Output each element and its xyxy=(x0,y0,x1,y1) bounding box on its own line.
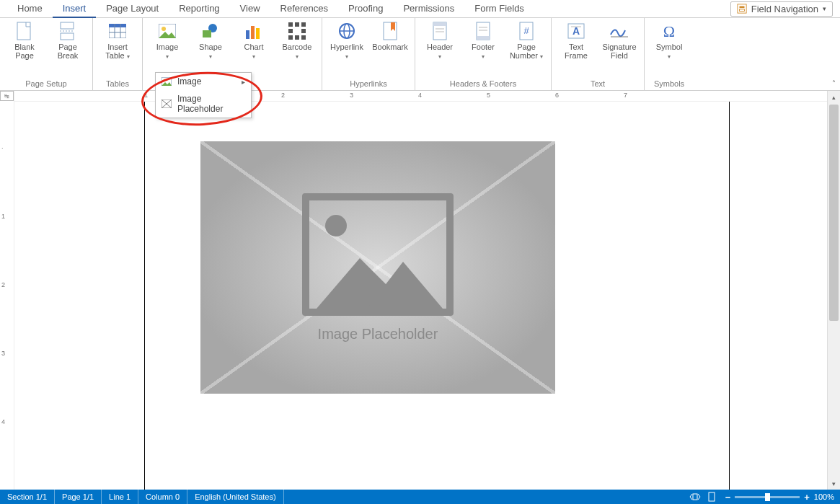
hyperlink-button[interactable]: Hyperlink▾ xyxy=(328,21,366,78)
page-break-icon xyxy=(58,21,78,41)
svg-rect-0 xyxy=(738,4,746,13)
bookmark-label: Bookmark xyxy=(372,43,408,51)
svg-text:#: # xyxy=(523,25,529,36)
header-button[interactable]: Header▾ xyxy=(421,21,459,78)
fit-width-button[interactable] xyxy=(686,490,704,504)
footer-icon xyxy=(473,21,493,41)
svg-point-13 xyxy=(162,27,166,31)
status-section[interactable]: Section 1/1 xyxy=(0,490,55,504)
group-page-setup: Blank Page Page Break Page Setup xyxy=(0,18,93,90)
hruler-tick: 1 xyxy=(144,92,148,99)
svg-rect-25 xyxy=(288,35,293,40)
bookmark-button[interactable]: Bookmark xyxy=(371,21,409,78)
tab-home[interactable]: Home xyxy=(7,1,53,17)
dropdown-item-image[interactable]: Image ▸ xyxy=(156,73,251,90)
blank-page-button[interactable]: Blank Page xyxy=(6,21,43,78)
dropdown-item-image-placeholder[interactable]: Image Placeholder xyxy=(156,90,251,118)
scroll-down-button[interactable]: ▾ xyxy=(828,477,840,490)
zoom-slider[interactable] xyxy=(735,496,800,498)
symbol-button[interactable]: Ω Symbol▾ xyxy=(650,21,688,78)
tab-page-layout[interactable]: Page Layout xyxy=(96,1,169,17)
tab-permissions[interactable]: Permissions xyxy=(393,1,464,17)
status-line[interactable]: Line 1 xyxy=(102,490,138,504)
svg-rect-8 xyxy=(109,24,126,27)
zoom-value[interactable]: 100% xyxy=(814,492,834,501)
tab-view[interactable]: View xyxy=(230,1,270,17)
fit-width-icon xyxy=(689,492,701,501)
group-text: A Text Frame Signature Field Text xyxy=(552,18,645,90)
barcode-icon xyxy=(287,21,307,41)
tab-form-fields[interactable]: Form Fields xyxy=(464,1,534,17)
submenu-arrow-icon: ▸ xyxy=(242,78,245,86)
tab-references[interactable]: References xyxy=(270,1,338,17)
insert-table-button[interactable]: Insert Table ▾ xyxy=(99,21,136,78)
signature-icon xyxy=(609,21,629,41)
footer-button[interactable]: Footer▾ xyxy=(464,21,502,78)
svg-rect-56 xyxy=(709,492,715,501)
status-column[interactable]: Column 0 xyxy=(138,490,187,504)
placeholder-sun-icon xyxy=(325,215,347,236)
shape-button[interactable]: Shape▾ xyxy=(192,21,229,78)
scroll-up-button[interactable]: ▴ xyxy=(828,91,840,103)
svg-rect-34 xyxy=(433,22,446,26)
chart-button[interactable]: Chart▾ xyxy=(235,21,273,78)
group-hyperlinks: Hyperlink▾ Bookmark Hyperlinks xyxy=(322,18,415,90)
status-language[interactable]: English (United States) xyxy=(187,490,284,504)
chart-icon xyxy=(244,21,264,41)
tab-insert[interactable]: Insert xyxy=(53,1,97,18)
hruler-tick: 4 xyxy=(418,92,422,99)
image-placeholder-object[interactable]: Image Placeholder xyxy=(200,141,555,394)
tab-reporting[interactable]: Reporting xyxy=(169,1,229,17)
field-navigation-icon xyxy=(737,4,747,14)
field-navigation-button[interactable]: Field Navigation ▾ xyxy=(730,1,833,17)
svg-rect-2 xyxy=(739,9,744,12)
tab-proofing[interactable]: Proofing xyxy=(338,1,393,17)
svg-point-49 xyxy=(164,79,166,81)
vertical-ruler[interactable]: ↹ · 1 2 3 4 xyxy=(0,91,14,490)
image-label: Image▾ xyxy=(156,43,179,61)
fit-page-button[interactable] xyxy=(704,490,720,504)
group-text-label: Text xyxy=(591,78,605,90)
ruler-corner[interactable]: ↹ xyxy=(0,91,14,101)
placeholder-label: Image Placeholder xyxy=(318,326,438,342)
zoom-in-button[interactable]: + xyxy=(804,492,810,503)
symbol-icon: Ω xyxy=(659,21,679,41)
hruler-tick: 7 xyxy=(624,92,627,99)
vruler-tick: 1 xyxy=(1,213,5,220)
zoom-slider-knob[interactable] xyxy=(765,493,770,501)
barcode-button[interactable]: Barcode▾ xyxy=(278,21,316,78)
svg-rect-15 xyxy=(203,30,211,37)
text-frame-button[interactable]: A Text Frame xyxy=(557,21,595,78)
blank-page-icon xyxy=(14,21,35,41)
signature-field-button[interactable]: Signature Field xyxy=(601,21,638,78)
vertical-scrollbar[interactable]: ▴ ▾ xyxy=(827,91,840,490)
text-frame-icon: A xyxy=(566,21,586,41)
page-number-button[interactable]: # Page Number ▾ xyxy=(508,21,545,78)
document-canvas[interactable]: Image Placeholder xyxy=(14,102,827,490)
blank-page-label: Blank Page xyxy=(6,43,43,60)
zoom-out-button[interactable]: − xyxy=(725,492,731,503)
workspace: ↹ · 1 2 3 4 1 1 2 3 4 5 6 7 xyxy=(0,91,840,490)
status-page[interactable]: Page 1/1 xyxy=(55,490,102,504)
image-icon xyxy=(157,21,177,41)
svg-rect-22 xyxy=(301,22,306,27)
svg-rect-27 xyxy=(301,35,306,40)
page-break-label: Page Break xyxy=(49,43,87,60)
page-break-button[interactable]: Page Break xyxy=(49,21,87,78)
text-frame-label: Text Frame xyxy=(557,43,595,60)
signature-field-label: Signature Field xyxy=(601,43,638,60)
collapse-ribbon-button[interactable]: ˄ xyxy=(832,79,836,87)
group-hyperlinks-label: Hyperlinks xyxy=(350,78,386,90)
placeholder-frame-icon xyxy=(302,193,454,316)
zoom-controls: − + 100% xyxy=(720,492,840,503)
image-button[interactable]: Image▾ xyxy=(149,21,186,78)
group-tables: Insert Table ▾ Tables xyxy=(93,18,143,90)
scroll-thumb[interactable] xyxy=(829,105,839,321)
svg-rect-21 xyxy=(295,22,299,27)
fit-page-icon xyxy=(707,492,717,502)
svg-rect-4 xyxy=(61,22,74,29)
horizontal-ruler[interactable]: 1 1 2 3 4 5 6 7 xyxy=(14,91,827,102)
hruler-tick: 5 xyxy=(487,92,490,99)
hruler-tick: 2 xyxy=(281,92,285,99)
dropdown-item-image-label: Image xyxy=(177,76,201,87)
